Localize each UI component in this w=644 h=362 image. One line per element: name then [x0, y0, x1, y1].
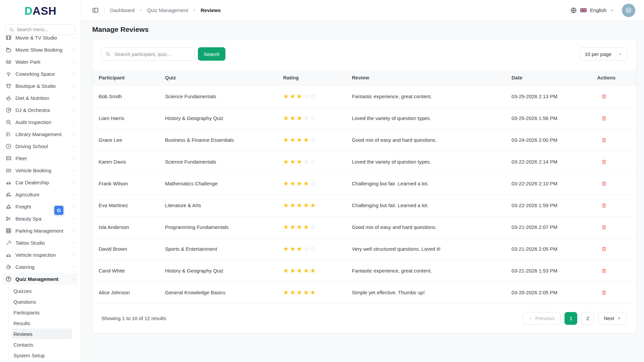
sidebar-item-freight[interactable]: Freight	[0, 200, 81, 213]
next-label: Next	[604, 315, 614, 321]
review-cell: Loved the variety of question types.	[352, 151, 512, 173]
delete-button[interactable]	[600, 92, 608, 101]
sidebar-subitem-results[interactable]: Results	[0, 318, 81, 328]
sidebar-item-diet-nutrition[interactable]: Diet & Nutrition	[0, 92, 81, 104]
participant-cell: Grace Lee	[93, 129, 165, 151]
sidebar-item-quiz-management[interactable]: Quiz Management	[3, 273, 78, 285]
actions-cell	[597, 216, 636, 238]
delete-button[interactable]	[600, 223, 608, 232]
sidebar-menu-list: Movie & TV StudioMovie Show BookingWater…	[0, 36, 81, 361]
sidebar-item-audit-inspection[interactable]: Audit Inspection	[0, 116, 81, 128]
review-cell: Loved the variety of question types.	[352, 107, 512, 129]
delete-button[interactable]	[600, 201, 608, 210]
delete-button[interactable]	[600, 266, 608, 275]
sidebar-item-dj-orchestra[interactable]: DJ & Orchestra	[0, 104, 81, 116]
sidebar-item-car-dealership[interactable]: Car Dealership	[0, 176, 81, 188]
sidebar-subitem-reviews[interactable]: Reviews	[11, 328, 72, 339]
star-empty-icon: ☆	[303, 158, 310, 165]
page-button-2[interactable]: 2	[581, 312, 594, 325]
page-button-1[interactable]: 1	[565, 312, 577, 325]
sidebar-item-vehicle-inspection[interactable]: Vehicle Inspection	[0, 249, 81, 261]
sidebar-item-label: Vehicle Booking	[15, 168, 68, 173]
chevron-down-icon	[72, 265, 76, 269]
delete-button[interactable]	[600, 245, 608, 253]
sidebar-item-library-management[interactable]: Library Management	[0, 128, 81, 140]
reviews-card: Search 10 per page Participant Quiz Rati…	[92, 39, 637, 334]
main-area: Dashboard Quiz Management Reviews Englis…	[81, 0, 644, 362]
user-avatar[interactable]	[622, 4, 635, 17]
sidebar-subitem-participants[interactable]: Participants	[0, 307, 81, 318]
sidebar-item-driving-school[interactable]: Driving School	[0, 140, 81, 152]
sidebar-subitem-questions[interactable]: Questions	[0, 296, 81, 307]
chevron-down-icon	[72, 180, 76, 185]
star-filled-icon: ★	[283, 115, 290, 122]
reviews-table-body: Bob SmithScience Fundamentals★★★☆☆Fantas…	[93, 85, 636, 303]
sidebar-subitem-system-setup[interactable]: System Setup	[0, 350, 81, 361]
sidebar-item-water-park[interactable]: Water Park	[0, 56, 81, 68]
quiz-cell: History & Geography Quiz	[165, 260, 283, 282]
sidebar-item-label: Quiz Management	[15, 276, 68, 282]
sidebar-item-beauty-spa[interactable]: Beauty Spa	[0, 213, 81, 225]
sidebar-subitem-quizzes[interactable]: Quizzes	[0, 286, 81, 296]
search-button[interactable]: Search	[198, 47, 225, 61]
delete-button[interactable]	[600, 114, 608, 123]
per-page-select[interactable]: 10 per page	[580, 47, 628, 61]
sidebar-item-movie-tv-studio[interactable]: Movie & TV Studio	[0, 36, 81, 44]
delete-button[interactable]	[600, 136, 608, 144]
sidebar-item-label: Diet & Nutrition	[15, 95, 68, 101]
sidebar-menu: Movie & TV StudioMovie Show BookingWater…	[0, 36, 81, 362]
breadcrumb-quiz-management[interactable]: Quiz Management	[147, 7, 188, 13]
delete-button[interactable]	[600, 179, 608, 188]
star-filled-icon: ★	[290, 289, 297, 296]
quiz-cell: Programming Fundamentals	[165, 216, 283, 238]
pagination: Previous 1 2 Next	[523, 312, 627, 325]
actions-cell	[597, 107, 636, 129]
next-page-button[interactable]: Next	[598, 312, 627, 325]
search-input[interactable]	[101, 47, 195, 61]
star-filled-icon: ★	[303, 136, 310, 143]
star-filled-icon: ★	[283, 93, 290, 100]
table-row: Frank WilsonMathematics Challenge★★★★☆Ch…	[93, 173, 636, 194]
review-cell: Fantastic experience, great content.	[352, 260, 512, 282]
sidebar-item-label: DJ & Orchestra	[15, 107, 68, 113]
sidebar-item-boutique-studio[interactable]: Boutique & Studio	[0, 80, 81, 92]
sidebar-item-label: Library Management	[15, 131, 68, 137]
vinyl-icon	[5, 107, 12, 113]
ticket-icon	[5, 167, 12, 174]
breadcrumb-dashboard[interactable]: Dashboard	[110, 7, 135, 13]
sidebar-item-movie-show-booking[interactable]: Movie Show Booking	[0, 44, 81, 56]
clapperboard-icon	[5, 47, 12, 53]
star-filled-icon: ★	[290, 245, 297, 252]
delete-button[interactable]	[600, 158, 608, 166]
page-content: Manage Reviews Search 10 per page	[81, 21, 644, 334]
sidebar-item-catering[interactable]: Catering	[0, 261, 81, 273]
coffee-icon	[5, 264, 12, 270]
top-header: Dashboard Quiz Management Reviews Englis…	[81, 0, 644, 21]
sidebar-subitem-contacts[interactable]: Contacts	[0, 339, 81, 350]
sidebar-item-coworking-space[interactable]: Coworking Space	[0, 68, 81, 80]
quiz-cell: Mathematics Challenge	[165, 173, 283, 194]
translate-extension-icon[interactable]: G	[54, 205, 64, 216]
previous-page-button[interactable]: Previous	[523, 312, 560, 325]
participant-cell: Karen Davis	[93, 151, 165, 173]
language-selector[interactable]: English	[590, 7, 606, 13]
star-filled-icon: ★	[303, 224, 310, 231]
chevron-right-icon	[617, 316, 621, 320]
sidebar-item-fleet[interactable]: Fleet	[0, 152, 81, 164]
sidebar-item-label: Audit Inspection	[15, 119, 68, 125]
sidebar-item-tattoo-studio[interactable]: Tattoo Studio	[0, 237, 81, 249]
waves-icon	[5, 59, 12, 65]
sidebar-toggle-icon[interactable]	[92, 7, 99, 14]
globe-icon[interactable]	[570, 7, 577, 14]
app-logo[interactable]: DASH	[0, 0, 81, 21]
chevron-down-icon	[72, 36, 76, 40]
sidebar-search	[5, 24, 75, 35]
chevron-down-icon	[72, 72, 76, 76]
sidebar-item-vehicle-booking[interactable]: Vehicle Booking	[0, 164, 81, 176]
sidebar-item-agriculture[interactable]: Agriculture	[0, 188, 81, 200]
sidebar-search-input[interactable]	[17, 27, 72, 32]
delete-button[interactable]	[600, 288, 608, 297]
sidebar-item-parking-management[interactable]: Parking Management	[0, 225, 81, 237]
car-icon	[5, 252, 12, 258]
star-filled-icon: ★	[297, 93, 303, 100]
